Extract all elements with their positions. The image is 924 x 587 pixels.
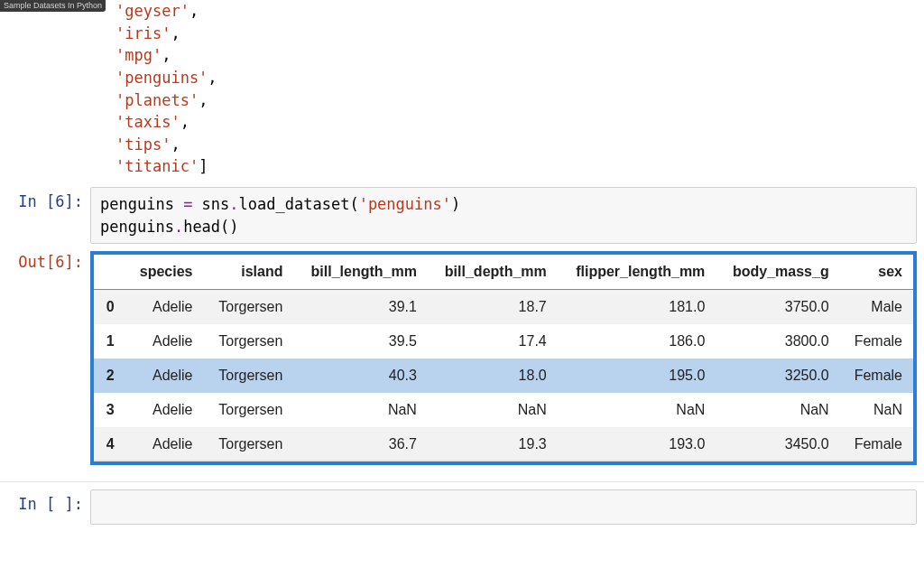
df-cell: Torgersen [203,427,293,461]
df-cell: 36.7 [293,427,428,461]
df-row-index: 0 [94,290,125,325]
df-cell: NaN [558,393,716,427]
code-editor[interactable]: penguins = sns.load_dataset('penguins') … [90,187,917,244]
df-cell: 17.4 [428,324,558,359]
code-cell-empty: In [ ]: [0,489,924,525]
df-col-header: body_mass_g [716,255,839,290]
output-cell-dataset-names: 'geyser', 'iris', 'mpg', 'penguins', 'pl… [0,0,924,183]
df-cell: Torgersen [203,359,293,393]
df-cell: 40.3 [293,359,428,393]
df-cell: Adelie [125,290,204,325]
df-row-index: 2 [94,359,125,393]
df-cell: 181.0 [558,290,716,325]
table-row[interactable]: 1AdelieTorgersen39.517.4186.03800.0Femal… [94,324,913,359]
df-cell: Torgersen [203,393,293,427]
output-text: 'geyser', 'iris', 'mpg', 'penguins', 'pl… [90,0,924,183]
df-cell: NaN [840,393,913,427]
df-cell: 3250.0 [716,359,839,393]
df-cell: 3800.0 [716,324,839,359]
df-col-header: flipper_length_mm [558,255,716,290]
divider [0,481,924,482]
df-cell: Adelie [125,393,204,427]
df-cell: Adelie [125,427,204,461]
df-col-header: bill_length_mm [293,255,428,290]
jupyter-notebook: 'geyser', 'iris', 'mpg', 'penguins', 'pl… [0,0,924,525]
df-cell: Adelie [125,359,204,393]
df-cell: 3750.0 [716,290,839,325]
df-cell: Female [840,359,913,393]
dataframe-table: speciesislandbill_length_mmbill_depth_mm… [94,255,913,461]
code-cell-6: In [6]: penguins = sns.load_dataset('pen… [0,187,924,244]
df-cell: 19.3 [428,427,558,461]
df-cell: NaN [293,393,428,427]
df-cell: 186.0 [558,324,716,359]
df-cell: 195.0 [558,359,716,393]
df-cell: 193.0 [558,427,716,461]
df-col-header: island [203,255,293,290]
df-cell: 39.5 [293,324,428,359]
df-cell: 18.0 [428,359,558,393]
df-cell: Male [840,290,913,325]
table-row[interactable]: 2AdelieTorgersen40.318.0195.03250.0Femal… [94,359,913,393]
df-index-header [94,255,125,290]
output-prompt: Out[6]: [0,247,90,271]
table-row[interactable]: 4AdelieTorgersen36.719.3193.03450.0Femal… [94,427,913,461]
table-row[interactable]: 3AdelieTorgersenNaNNaNNaNNaNNaN [94,393,913,427]
input-prompt: In [ ]: [0,489,90,513]
df-cell: Female [840,427,913,461]
input-prompt: In [6]: [0,187,90,210]
dataframe-highlight-box: speciesislandbill_length_mmbill_depth_mm… [90,251,917,465]
output-cell-6: Out[6]: speciesislandbill_length_mmbill_… [0,247,924,474]
df-col-header: sex [840,255,913,290]
df-cell: 39.1 [293,290,428,325]
df-cell: Torgersen [203,290,293,325]
window-title-tag: Sample Datasets In Python [0,0,106,12]
df-col-header: species [125,255,204,290]
df-cell: NaN [716,393,839,427]
df-cell: 18.7 [428,290,558,325]
df-cell: Adelie [125,324,204,359]
df-col-header: bill_depth_mm [428,255,558,290]
df-row-index: 1 [94,324,125,359]
df-cell: Torgersen [203,324,293,359]
df-row-index: 4 [94,427,125,461]
df-cell: NaN [428,393,558,427]
df-cell: 3450.0 [716,427,839,461]
df-row-index: 3 [94,393,125,427]
table-row[interactable]: 0AdelieTorgersen39.118.7181.03750.0Male [94,290,913,325]
code-editor[interactable] [90,489,917,525]
df-cell: Female [840,324,913,359]
